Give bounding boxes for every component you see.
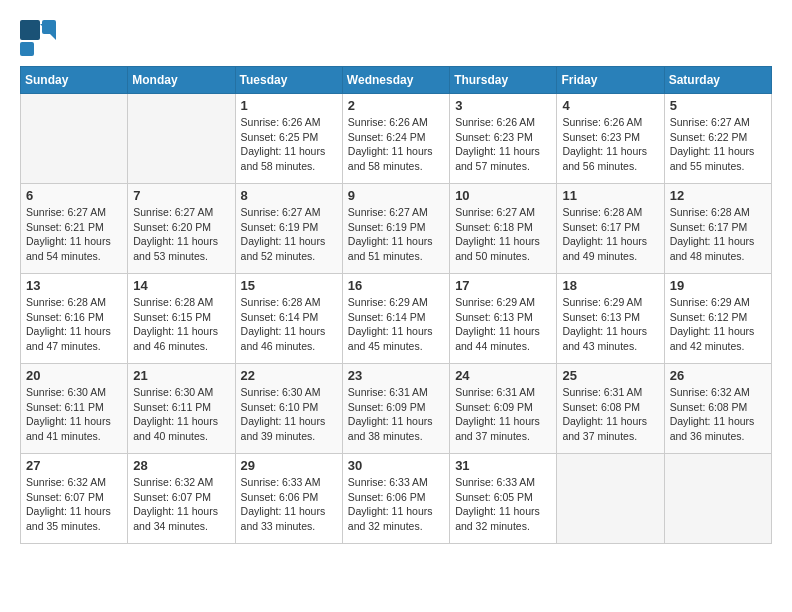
weekday-header-row: SundayMondayTuesdayWednesdayThursdayFrid… [21,67,772,94]
day-number: 2 [348,98,444,113]
svg-rect-2 [20,20,40,40]
calendar-cell: 21Sunrise: 6:30 AMSunset: 6:11 PMDayligh… [128,364,235,454]
calendar-week-row: 20Sunrise: 6:30 AMSunset: 6:11 PMDayligh… [21,364,772,454]
weekday-header-cell: Tuesday [235,67,342,94]
calendar-cell: 12Sunrise: 6:28 AMSunset: 6:17 PMDayligh… [664,184,771,274]
calendar-cell: 17Sunrise: 6:29 AMSunset: 6:13 PMDayligh… [450,274,557,364]
day-info: Sunrise: 6:30 AMSunset: 6:11 PMDaylight:… [133,385,229,444]
day-number: 18 [562,278,658,293]
day-info: Sunrise: 6:28 AMSunset: 6:15 PMDaylight:… [133,295,229,354]
calendar-cell: 16Sunrise: 6:29 AMSunset: 6:14 PMDayligh… [342,274,449,364]
day-number: 10 [455,188,551,203]
day-info: Sunrise: 6:27 AMSunset: 6:20 PMDaylight:… [133,205,229,264]
day-number: 7 [133,188,229,203]
calendar-cell: 8Sunrise: 6:27 AMSunset: 6:19 PMDaylight… [235,184,342,274]
day-number: 29 [241,458,337,473]
calendar-cell: 14Sunrise: 6:28 AMSunset: 6:15 PMDayligh… [128,274,235,364]
day-number: 15 [241,278,337,293]
day-info: Sunrise: 6:27 AMSunset: 6:19 PMDaylight:… [348,205,444,264]
calendar-cell [21,94,128,184]
calendar-cell: 1Sunrise: 6:26 AMSunset: 6:25 PMDaylight… [235,94,342,184]
calendar-cell: 30Sunrise: 6:33 AMSunset: 6:06 PMDayligh… [342,454,449,544]
day-number: 1 [241,98,337,113]
day-info: Sunrise: 6:28 AMSunset: 6:17 PMDaylight:… [670,205,766,264]
svg-rect-3 [42,20,56,34]
day-info: Sunrise: 6:33 AMSunset: 6:05 PMDaylight:… [455,475,551,534]
calendar-cell: 4Sunrise: 6:26 AMSunset: 6:23 PMDaylight… [557,94,664,184]
calendar-cell: 29Sunrise: 6:33 AMSunset: 6:06 PMDayligh… [235,454,342,544]
day-number: 11 [562,188,658,203]
day-number: 31 [455,458,551,473]
day-number: 23 [348,368,444,383]
calendar-cell [664,454,771,544]
day-info: Sunrise: 6:30 AMSunset: 6:11 PMDaylight:… [26,385,122,444]
calendar-body: 1Sunrise: 6:26 AMSunset: 6:25 PMDaylight… [21,94,772,544]
day-number: 20 [26,368,122,383]
calendar-cell: 22Sunrise: 6:30 AMSunset: 6:10 PMDayligh… [235,364,342,454]
day-info: Sunrise: 6:33 AMSunset: 6:06 PMDaylight:… [241,475,337,534]
weekday-header-cell: Thursday [450,67,557,94]
day-number: 26 [670,368,766,383]
calendar-cell: 19Sunrise: 6:29 AMSunset: 6:12 PMDayligh… [664,274,771,364]
weekday-header-cell: Monday [128,67,235,94]
day-info: Sunrise: 6:28 AMSunset: 6:16 PMDaylight:… [26,295,122,354]
calendar-cell: 18Sunrise: 6:29 AMSunset: 6:13 PMDayligh… [557,274,664,364]
day-number: 22 [241,368,337,383]
calendar-cell: 13Sunrise: 6:28 AMSunset: 6:16 PMDayligh… [21,274,128,364]
day-number: 9 [348,188,444,203]
calendar-cell: 5Sunrise: 6:27 AMSunset: 6:22 PMDaylight… [664,94,771,184]
day-info: Sunrise: 6:32 AMSunset: 6:08 PMDaylight:… [670,385,766,444]
weekday-header-cell: Friday [557,67,664,94]
day-info: Sunrise: 6:29 AMSunset: 6:13 PMDaylight:… [455,295,551,354]
day-number: 16 [348,278,444,293]
day-info: Sunrise: 6:27 AMSunset: 6:22 PMDaylight:… [670,115,766,174]
calendar-cell [128,94,235,184]
day-number: 30 [348,458,444,473]
calendar-cell: 15Sunrise: 6:28 AMSunset: 6:14 PMDayligh… [235,274,342,364]
day-info: Sunrise: 6:27 AMSunset: 6:18 PMDaylight:… [455,205,551,264]
day-info: Sunrise: 6:29 AMSunset: 6:12 PMDaylight:… [670,295,766,354]
day-info: Sunrise: 6:27 AMSunset: 6:21 PMDaylight:… [26,205,122,264]
calendar-cell: 27Sunrise: 6:32 AMSunset: 6:07 PMDayligh… [21,454,128,544]
calendar-cell: 10Sunrise: 6:27 AMSunset: 6:18 PMDayligh… [450,184,557,274]
day-number: 13 [26,278,122,293]
calendar-cell [557,454,664,544]
calendar-cell: 25Sunrise: 6:31 AMSunset: 6:08 PMDayligh… [557,364,664,454]
day-number: 12 [670,188,766,203]
calendar-week-row: 6Sunrise: 6:27 AMSunset: 6:21 PMDaylight… [21,184,772,274]
weekday-header-cell: Wednesday [342,67,449,94]
calendar-cell: 7Sunrise: 6:27 AMSunset: 6:20 PMDaylight… [128,184,235,274]
calendar-week-row: 13Sunrise: 6:28 AMSunset: 6:16 PMDayligh… [21,274,772,364]
day-info: Sunrise: 6:32 AMSunset: 6:07 PMDaylight:… [26,475,122,534]
calendar-cell: 11Sunrise: 6:28 AMSunset: 6:17 PMDayligh… [557,184,664,274]
page-header [20,20,772,56]
day-info: Sunrise: 6:27 AMSunset: 6:19 PMDaylight:… [241,205,337,264]
calendar-week-row: 1Sunrise: 6:26 AMSunset: 6:25 PMDaylight… [21,94,772,184]
day-info: Sunrise: 6:32 AMSunset: 6:07 PMDaylight:… [133,475,229,534]
day-number: 6 [26,188,122,203]
day-info: Sunrise: 6:28 AMSunset: 6:17 PMDaylight:… [562,205,658,264]
calendar-cell: 2Sunrise: 6:26 AMSunset: 6:24 PMDaylight… [342,94,449,184]
calendar-week-row: 27Sunrise: 6:32 AMSunset: 6:07 PMDayligh… [21,454,772,544]
day-info: Sunrise: 6:31 AMSunset: 6:09 PMDaylight:… [455,385,551,444]
day-info: Sunrise: 6:29 AMSunset: 6:14 PMDaylight:… [348,295,444,354]
calendar-cell: 23Sunrise: 6:31 AMSunset: 6:09 PMDayligh… [342,364,449,454]
logo-icon [20,20,56,56]
day-info: Sunrise: 6:26 AMSunset: 6:23 PMDaylight:… [455,115,551,174]
day-info: Sunrise: 6:33 AMSunset: 6:06 PMDaylight:… [348,475,444,534]
calendar-cell: 3Sunrise: 6:26 AMSunset: 6:23 PMDaylight… [450,94,557,184]
day-info: Sunrise: 6:26 AMSunset: 6:24 PMDaylight:… [348,115,444,174]
day-info: Sunrise: 6:31 AMSunset: 6:08 PMDaylight:… [562,385,658,444]
calendar-cell: 28Sunrise: 6:32 AMSunset: 6:07 PMDayligh… [128,454,235,544]
day-number: 21 [133,368,229,383]
calendar-cell: 26Sunrise: 6:32 AMSunset: 6:08 PMDayligh… [664,364,771,454]
day-info: Sunrise: 6:26 AMSunset: 6:25 PMDaylight:… [241,115,337,174]
day-info: Sunrise: 6:28 AMSunset: 6:14 PMDaylight:… [241,295,337,354]
day-info: Sunrise: 6:29 AMSunset: 6:13 PMDaylight:… [562,295,658,354]
day-number: 3 [455,98,551,113]
day-number: 4 [562,98,658,113]
day-number: 17 [455,278,551,293]
day-info: Sunrise: 6:31 AMSunset: 6:09 PMDaylight:… [348,385,444,444]
weekday-header-cell: Sunday [21,67,128,94]
day-number: 8 [241,188,337,203]
